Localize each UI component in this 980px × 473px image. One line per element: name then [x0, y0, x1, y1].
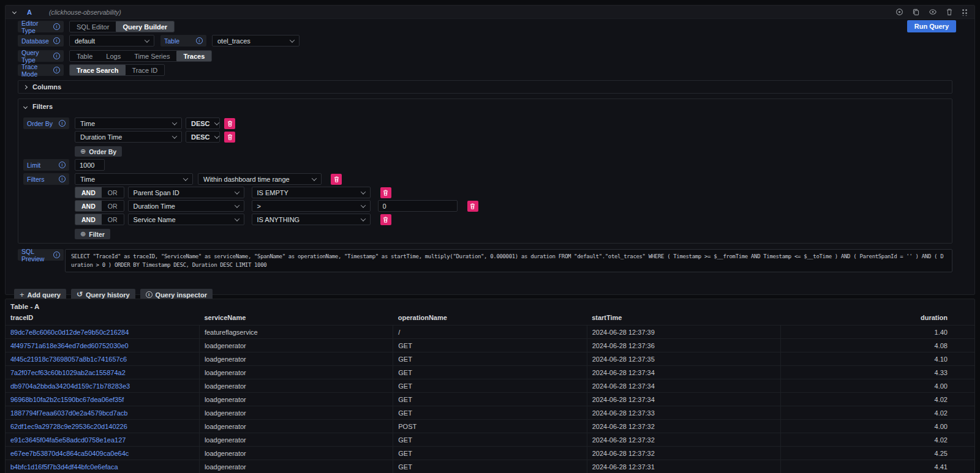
conjunction-or[interactable]: OR: [102, 214, 124, 225]
filter-operator-select[interactable]: IS EMPTY: [252, 187, 371, 198]
cell-traceID[interactable]: 4f45c21918c73698057a8b1c741657c6: [6, 352, 199, 366]
info-icon[interactable]: i: [59, 176, 66, 182]
cell-serviceName: featureflagservice: [199, 326, 393, 339]
collapse-chevron-icon[interactable]: [12, 10, 17, 14]
option-table[interactable]: Table: [70, 51, 99, 61]
remove-order-by-button[interactable]: [224, 132, 235, 143]
cell-traceID[interactable]: b4bfc1d16f5f7b3d4df44bfc0e6efaca: [6, 460, 199, 473]
remove-filter-button[interactable]: [380, 187, 391, 198]
info-icon[interactable]: i: [53, 251, 60, 258]
info-icon[interactable]: i: [59, 120, 66, 127]
order-by-field-select[interactable]: Duration Time: [75, 131, 182, 143]
filter-field-select[interactable]: Service Name: [128, 214, 244, 225]
filter-condition-row: AND OR Service Name IS ANYTHING: [75, 214, 478, 225]
filter-operator-select[interactable]: IS ANYTHING: [252, 214, 371, 225]
filter-field-select[interactable]: Duration Time: [128, 200, 244, 212]
column-header-duration[interactable]: duration: [781, 313, 974, 326]
order-by-field-select[interactable]: Time: [75, 117, 182, 129]
option-sql-editor[interactable]: SQL Editor: [70, 21, 116, 32]
option-trace-search[interactable]: Trace Search: [70, 65, 126, 75]
remove-filter-button[interactable]: [467, 201, 478, 212]
option-time-series[interactable]: Time Series: [127, 51, 176, 61]
cell-serviceName: loadgenerator: [199, 393, 393, 406]
cell-duration: 4.00: [781, 420, 974, 433]
info-icon[interactable]: i: [59, 162, 66, 168]
column-header-traceID[interactable]: traceID: [6, 313, 199, 326]
cell-duration: 4.00: [781, 379, 974, 393]
filter-value-input[interactable]: [378, 200, 458, 212]
remove-order-by-button[interactable]: [224, 118, 235, 129]
cell-traceID[interactable]: 89dc7e8c6060c0d12de7e9b50c216284: [6, 326, 199, 339]
info-icon[interactable]: i: [196, 37, 203, 44]
duplicate-icon[interactable]: [912, 8, 920, 16]
editor-type-segmented: SQL EditorQuery Builder: [69, 21, 175, 32]
query-editor-body: Run Query Editor Type i SQL EditorQuery …: [6, 19, 974, 300]
order-by-row: Duration Time DESC: [75, 131, 235, 143]
conjunction-and[interactable]: AND: [75, 187, 102, 198]
database-select[interactable]: default: [69, 35, 154, 47]
cell-startTime: 2024-06-28 12:37:31: [587, 460, 780, 473]
conjunction-and[interactable]: AND: [75, 201, 102, 211]
column-header-operationName[interactable]: operationName: [393, 313, 587, 326]
info-icon[interactable]: i: [53, 23, 60, 30]
order-direction-select[interactable]: DESC: [186, 117, 220, 129]
add-order-by-button[interactable]: ⊕ Order By: [75, 146, 122, 157]
cell-traceID[interactable]: 96968b10fa2b2c1590bc67dea06ef35f: [6, 393, 199, 406]
conjunction-and[interactable]: AND: [75, 214, 102, 225]
filter-field-select[interactable]: Time: [75, 173, 193, 185]
column-header-serviceName[interactable]: serviceName: [199, 313, 393, 326]
conjunction-toggle: AND OR: [75, 200, 124, 212]
table-select[interactable]: otel_traces: [212, 35, 300, 47]
cell-traceID[interactable]: db9704a2bbda34204d159c71b78283e3: [6, 379, 199, 393]
option-logs[interactable]: Logs: [99, 51, 127, 61]
filter-field-select[interactable]: Parent Span ID: [128, 187, 244, 198]
trash-icon[interactable]: [946, 8, 953, 16]
table-row: 4f45c21918c73698057a8b1c741657c6loadgene…: [6, 352, 974, 366]
columns-section-header[interactable]: Columns: [18, 81, 952, 93]
sql-preview-text: SELECT "TraceId" as traceID, "ServiceNam…: [65, 249, 952, 272]
limit-input[interactable]: [75, 159, 105, 171]
option-traces[interactable]: Traces: [176, 51, 211, 61]
trash-icon: [334, 176, 339, 182]
option-trace-id[interactable]: Trace ID: [126, 65, 165, 75]
column-header-startTime[interactable]: startTime: [587, 313, 780, 326]
filters-section-header[interactable]: Filters: [23, 100, 947, 113]
info-icon[interactable]: i: [53, 53, 60, 59]
editor-type-label: Editor Type i: [18, 21, 64, 32]
remove-filter-button[interactable]: [331, 174, 342, 185]
table-row: db9704a2bbda34204d159c71b78283e3loadgene…: [6, 379, 974, 393]
cell-operationName: GET: [393, 406, 587, 420]
database-label: Database i: [18, 35, 64, 47]
remove-filter-button[interactable]: [380, 214, 391, 225]
option-query-builder[interactable]: Query Builder: [116, 21, 174, 32]
conjunction-or[interactable]: OR: [102, 201, 124, 211]
cell-operationName: GET: [393, 460, 587, 473]
chevron-down-icon: [312, 176, 317, 181]
cell-operationName: POST: [393, 420, 587, 433]
cell-startTime: 2024-06-28 12:37:32: [587, 447, 780, 460]
table-label: Table i: [160, 35, 206, 47]
run-query-button[interactable]: Run Query: [907, 20, 956, 32]
query-editor-panel: A (clickhouse-observability) Run Query E…: [5, 5, 975, 295]
limit-group: Limit i: [23, 159, 947, 171]
conjunction-or[interactable]: OR: [102, 187, 124, 198]
info-icon[interactable]: i: [53, 37, 60, 44]
cell-traceID[interactable]: 7a2f07ecf63c60b1029ab2ac155874a2: [6, 366, 199, 379]
filter-condition-row: AND OR Parent Span ID IS EMPTY: [75, 187, 478, 198]
help-circle-icon[interactable]: [895, 8, 903, 16]
eye-icon[interactable]: [929, 8, 937, 16]
cell-traceID[interactable]: 1887794f7eaa6037d0e2a4579bcd7acb: [6, 406, 199, 420]
cell-traceID[interactable]: 4f497571a618e364ed7ded60752030e0: [6, 339, 199, 352]
add-filter-button[interactable]: ⊕ Filter: [75, 229, 110, 239]
info-icon[interactable]: i: [53, 67, 60, 73]
cell-traceID[interactable]: 62df1ec9a29728c9e29536c20d140226: [6, 420, 199, 433]
drag-handle-icon[interactable]: [962, 8, 967, 16]
filter-operator-select[interactable]: >: [252, 200, 371, 212]
cell-traceID[interactable]: e67ee7b53870d4c864ca50409ca0e64c: [6, 447, 199, 460]
chevron-down-icon: [234, 203, 239, 207]
table-row: 62df1ec9a29728c9e29536c20d140226loadgene…: [6, 420, 974, 433]
filter-operator-select[interactable]: Within dashboard time range: [198, 173, 322, 185]
cell-serviceName: loadgenerator: [199, 406, 393, 420]
cell-traceID[interactable]: e91c3645f04fa5e58adcd0758e1ea127: [6, 433, 199, 447]
order-direction-select[interactable]: DESC: [186, 131, 220, 143]
